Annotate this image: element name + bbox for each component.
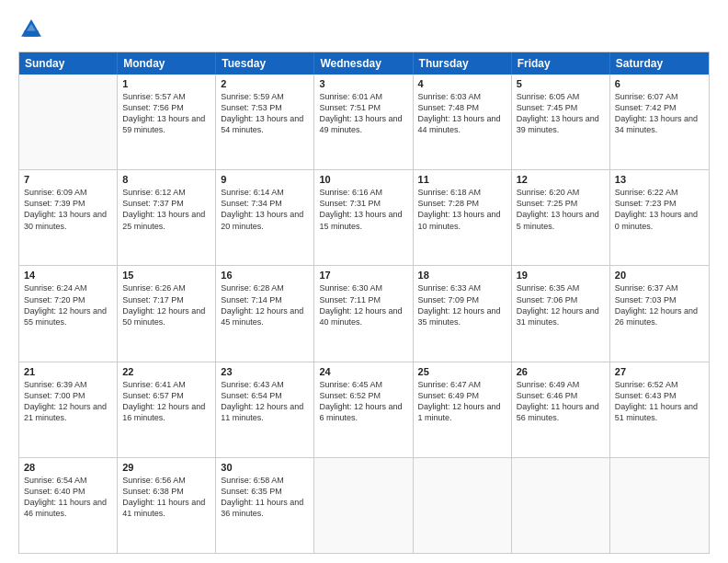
day-number: 10 [319,174,407,185]
day-number: 12 [517,174,605,185]
day-details: Sunrise: 6:16 AM Sunset: 7:31 PM Dayligh… [319,187,407,232]
day-cell-9: 9Sunrise: 6:14 AM Sunset: 7:34 PM Daylig… [216,170,314,265]
day-number: 28 [24,462,112,473]
day-details: Sunrise: 6:05 AM Sunset: 7:45 PM Dayligh… [517,91,605,136]
page: SundayMondayTuesdayWednesdayThursdayFrid… [0,0,728,563]
calendar-row-1: 1Sunrise: 5:57 AM Sunset: 7:56 PM Daylig… [19,75,709,169]
empty-cell [314,458,413,553]
calendar-row-5: 28Sunrise: 6:54 AM Sunset: 6:40 PM Dayli… [19,457,709,553]
day-details: Sunrise: 6:03 AM Sunset: 7:48 PM Dayligh… [418,91,506,136]
header-day-thursday: Thursday [414,52,512,75]
empty-cell [512,458,610,553]
header [18,17,710,42]
day-number: 8 [122,174,210,185]
day-number: 15 [122,270,210,281]
day-details: Sunrise: 6:47 AM Sunset: 6:49 PM Dayligh… [418,379,506,424]
day-number: 1 [122,78,210,89]
day-details: Sunrise: 6:12 AM Sunset: 7:37 PM Dayligh… [122,187,210,232]
svg-rect-2 [24,31,39,37]
header-day-sunday: Sunday [19,52,118,75]
day-cell-21: 21Sunrise: 6:39 AM Sunset: 7:00 PM Dayli… [19,362,118,457]
empty-cell [19,75,118,169]
day-details: Sunrise: 6:58 AM Sunset: 6:35 PM Dayligh… [221,475,309,520]
day-details: Sunrise: 6:01 AM Sunset: 7:51 PM Dayligh… [319,91,407,136]
day-number: 13 [615,174,704,185]
day-number: 21 [24,366,112,377]
day-details: Sunrise: 6:14 AM Sunset: 7:34 PM Dayligh… [221,187,309,232]
day-cell-10: 10Sunrise: 6:16 AM Sunset: 7:31 PM Dayli… [314,170,413,265]
calendar-row-3: 14Sunrise: 6:24 AM Sunset: 7:20 PM Dayli… [19,265,709,361]
day-details: Sunrise: 6:43 AM Sunset: 6:54 PM Dayligh… [221,379,309,424]
day-number: 9 [221,174,309,185]
day-details: Sunrise: 6:52 AM Sunset: 6:43 PM Dayligh… [615,379,704,424]
day-cell-11: 11Sunrise: 6:18 AM Sunset: 7:28 PM Dayli… [414,170,512,265]
day-cell-25: 25Sunrise: 6:47 AM Sunset: 6:49 PM Dayli… [414,362,512,457]
day-cell-29: 29Sunrise: 6:56 AM Sunset: 6:38 PM Dayli… [118,458,216,553]
header-day-tuesday: Tuesday [216,52,314,75]
day-cell-4: 4Sunrise: 6:03 AM Sunset: 7:48 PM Daylig… [414,75,512,169]
calendar: SundayMondayTuesdayWednesdayThursdayFrid… [18,52,710,554]
day-details: Sunrise: 6:28 AM Sunset: 7:14 PM Dayligh… [221,282,309,327]
day-number: 29 [122,462,210,473]
day-details: Sunrise: 5:57 AM Sunset: 7:56 PM Dayligh… [122,91,210,136]
day-cell-2: 2Sunrise: 5:59 AM Sunset: 7:53 PM Daylig… [216,75,314,169]
day-cell-6: 6Sunrise: 6:07 AM Sunset: 7:42 PM Daylig… [610,75,709,169]
day-number: 3 [319,78,407,89]
day-cell-24: 24Sunrise: 6:45 AM Sunset: 6:52 PM Dayli… [314,362,413,457]
day-cell-19: 19Sunrise: 6:35 AM Sunset: 7:06 PM Dayli… [512,266,610,361]
day-number: 22 [122,366,210,377]
day-details: Sunrise: 6:09 AM Sunset: 7:39 PM Dayligh… [24,187,112,232]
calendar-row-4: 21Sunrise: 6:39 AM Sunset: 7:00 PM Dayli… [19,362,709,457]
day-number: 20 [615,270,704,281]
day-cell-8: 8Sunrise: 6:12 AM Sunset: 7:37 PM Daylig… [118,170,216,265]
day-cell-14: 14Sunrise: 6:24 AM Sunset: 7:20 PM Dayli… [19,266,118,361]
day-details: Sunrise: 6:37 AM Sunset: 7:03 PM Dayligh… [615,282,704,327]
day-cell-30: 30Sunrise: 6:58 AM Sunset: 6:35 PM Dayli… [216,458,314,553]
day-cell-3: 3Sunrise: 6:01 AM Sunset: 7:51 PM Daylig… [314,75,413,169]
day-number: 5 [517,78,605,89]
day-details: Sunrise: 5:59 AM Sunset: 7:53 PM Dayligh… [221,91,309,136]
day-details: Sunrise: 6:18 AM Sunset: 7:28 PM Dayligh… [418,187,506,232]
day-number: 23 [221,366,309,377]
day-details: Sunrise: 6:35 AM Sunset: 7:06 PM Dayligh… [517,282,605,327]
day-number: 17 [319,270,407,281]
day-cell-27: 27Sunrise: 6:52 AM Sunset: 6:43 PM Dayli… [610,362,709,457]
day-details: Sunrise: 6:39 AM Sunset: 7:00 PM Dayligh… [24,379,112,424]
day-details: Sunrise: 6:26 AM Sunset: 7:17 PM Dayligh… [122,282,210,327]
header-day-friday: Friday [512,52,610,75]
day-cell-18: 18Sunrise: 6:33 AM Sunset: 7:09 PM Dayli… [414,266,512,361]
calendar-body: 1Sunrise: 5:57 AM Sunset: 7:56 PM Daylig… [19,75,709,553]
day-details: Sunrise: 6:30 AM Sunset: 7:11 PM Dayligh… [319,282,407,327]
day-cell-5: 5Sunrise: 6:05 AM Sunset: 7:45 PM Daylig… [512,75,610,169]
day-cell-28: 28Sunrise: 6:54 AM Sunset: 6:40 PM Dayli… [19,458,118,553]
day-number: 26 [517,366,605,377]
day-number: 19 [517,270,605,281]
day-cell-13: 13Sunrise: 6:22 AM Sunset: 7:23 PM Dayli… [610,170,709,265]
day-cell-12: 12Sunrise: 6:20 AM Sunset: 7:25 PM Dayli… [512,170,610,265]
day-number: 16 [221,270,309,281]
empty-cell [610,458,709,553]
day-cell-17: 17Sunrise: 6:30 AM Sunset: 7:11 PM Dayli… [314,266,413,361]
day-cell-23: 23Sunrise: 6:43 AM Sunset: 6:54 PM Dayli… [216,362,314,457]
day-number: 7 [24,174,112,185]
day-number: 2 [221,78,309,89]
day-cell-22: 22Sunrise: 6:41 AM Sunset: 6:57 PM Dayli… [118,362,216,457]
day-details: Sunrise: 6:20 AM Sunset: 7:25 PM Dayligh… [517,187,605,232]
day-number: 30 [221,462,309,473]
day-number: 4 [418,78,506,89]
day-details: Sunrise: 6:49 AM Sunset: 6:46 PM Dayligh… [517,379,605,424]
day-cell-26: 26Sunrise: 6:49 AM Sunset: 6:46 PM Dayli… [512,362,610,457]
day-details: Sunrise: 6:33 AM Sunset: 7:09 PM Dayligh… [418,282,506,327]
day-cell-1: 1Sunrise: 5:57 AM Sunset: 7:56 PM Daylig… [118,75,216,169]
day-details: Sunrise: 6:22 AM Sunset: 7:23 PM Dayligh… [615,187,704,232]
empty-cell [414,458,512,553]
day-number: 11 [418,174,506,185]
header-day-wednesday: Wednesday [314,52,413,75]
header-day-saturday: Saturday [610,52,709,75]
header-day-monday: Monday [118,52,216,75]
day-details: Sunrise: 6:41 AM Sunset: 6:57 PM Dayligh… [122,379,210,424]
day-number: 24 [319,366,407,377]
logo [18,17,48,42]
day-number: 25 [418,366,506,377]
day-details: Sunrise: 6:24 AM Sunset: 7:20 PM Dayligh… [24,282,112,327]
